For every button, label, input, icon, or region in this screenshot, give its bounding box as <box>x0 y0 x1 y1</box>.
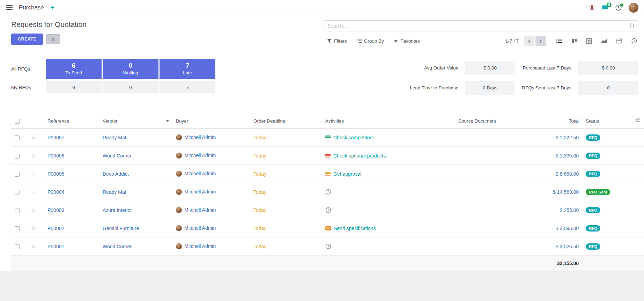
row-checkbox[interactable] <box>15 226 20 231</box>
app-title[interactable]: Purchase <box>19 4 44 11</box>
row-checkbox[interactable] <box>15 172 20 177</box>
table-row[interactable]: ☆ P00002 Gemini Furniture Mitchell Admin… <box>11 219 644 237</box>
my-tile-to-send[interactable]: 6 <box>46 81 102 93</box>
my-tile-late[interactable]: 7 <box>160 81 215 93</box>
view-list-button[interactable] <box>556 38 562 43</box>
optional-columns-icon[interactable] <box>635 118 640 124</box>
reference-link[interactable]: P00006 <box>47 153 64 159</box>
table-row[interactable]: ☆ P00004 Ready Mat Mitchell Admin Today … <box>11 183 644 201</box>
main-content: Purchase + 5 Requests for Quotation CREA… <box>0 0 644 271</box>
vendor-link[interactable]: Azure Interior <box>103 207 132 213</box>
buyer-link[interactable]: Mitchell Admin <box>184 225 216 231</box>
activities-clock-icon[interactable] <box>615 5 622 11</box>
reference-link[interactable]: P00004 <box>47 189 64 195</box>
row-checkbox[interactable] <box>15 244 20 249</box>
header-order-deadline[interactable]: Order Deadline <box>250 113 322 129</box>
filters-button[interactable]: Filters <box>327 38 347 44</box>
pager-previous-button[interactable]: ‹ <box>524 36 534 46</box>
row-checkbox[interactable] <box>15 135 20 140</box>
reference-link[interactable]: P00007 <box>47 135 64 140</box>
buyer-link[interactable]: Mitchell Admin <box>184 207 216 213</box>
header-status[interactable]: Status <box>582 113 626 129</box>
buyer-avatar <box>176 153 182 159</box>
buyer-link[interactable]: Mitchell Admin <box>184 134 216 140</box>
favorite-star-icon[interactable]: ☆ <box>31 243 36 250</box>
vendor-link[interactable]: Ready Mat <box>103 189 126 195</box>
tile-late[interactable]: 7 Late <box>160 59 215 79</box>
apps-menu-icon[interactable] <box>6 4 13 12</box>
table-row[interactable]: ☆ P00001 Wood Corner Mitchell Admin Toda… <box>11 237 644 256</box>
buyer-link[interactable]: Mitchell Admin <box>184 153 216 158</box>
view-pivot-button[interactable] <box>586 38 592 44</box>
table-row[interactable]: ☆ P00007 Ready Mat Mitchell Admin Today … <box>11 129 644 147</box>
activity-clock-icon[interactable] <box>325 243 331 249</box>
header-buyer[interactable]: Buyer <box>172 113 250 129</box>
pager-range[interactable]: 1-7 / 7 <box>505 38 519 44</box>
header-activities[interactable]: Activities <box>322 113 437 129</box>
view-calendar-button[interactable] <box>616 38 622 44</box>
reference-link[interactable]: P00001 <box>47 244 64 249</box>
header-source-document[interactable]: Source Document <box>437 113 517 129</box>
table-row[interactable]: ☆ P00006 Wood Corner Mitchell Admin Toda… <box>11 147 644 165</box>
table-row[interactable]: ☆ P00005 Deco Addict Mitchell Admin Toda… <box>11 165 644 183</box>
list-view-icon <box>556 38 562 43</box>
search-box <box>324 20 638 31</box>
activity-clock-icon[interactable] <box>325 207 331 213</box>
buyer-link[interactable]: Mitchell Admin <box>184 243 216 249</box>
activity-clock-icon[interactable] <box>325 189 331 195</box>
reference-link[interactable]: P00003 <box>47 207 64 213</box>
my-tile-waiting[interactable]: 0 <box>103 81 158 93</box>
activity-todo-icon[interactable] <box>325 172 331 176</box>
new-tab-plus-icon[interactable]: + <box>50 4 55 11</box>
buyer-link[interactable]: Mitchell Admin <box>184 171 216 176</box>
vendor-link[interactable]: Gemini Furniture <box>103 226 139 231</box>
row-checkbox[interactable] <box>15 190 20 195</box>
row-checkbox[interactable] <box>15 208 20 213</box>
create-button[interactable]: CREATE <box>11 34 43 45</box>
activity-todo-icon[interactable] <box>325 154 331 158</box>
vendor-link[interactable]: Wood Corner <box>103 153 132 159</box>
activity-link[interactable]: Check optional products <box>333 153 386 159</box>
user-avatar[interactable] <box>629 3 638 13</box>
tile-to-send[interactable]: 6 To Send <box>46 59 102 79</box>
row-checkbox[interactable] <box>15 154 20 159</box>
buyer-link[interactable]: Mitchell Admin <box>184 189 216 194</box>
activity-email-icon[interactable] <box>325 226 331 230</box>
search-input[interactable] <box>324 23 629 29</box>
vendor-link[interactable]: Ready Mat <box>103 135 126 140</box>
view-kanban-button[interactable] <box>572 38 577 44</box>
favorite-star-icon[interactable]: ☆ <box>31 225 36 232</box>
search-icon[interactable] <box>629 23 638 29</box>
order-deadline: Today <box>253 171 266 177</box>
activity-link[interactable]: Check competitors <box>333 135 374 140</box>
header-vendor[interactable]: Vendor <box>99 113 172 129</box>
activity-todo-icon[interactable] <box>325 135 331 140</box>
table-row[interactable]: ☆ P00003 Azure Interior Mitchell Admin T… <box>11 201 644 219</box>
messages-icon[interactable]: 5 <box>602 5 608 10</box>
reference-link[interactable]: P00005 <box>47 171 64 177</box>
select-all-checkbox[interactable] <box>15 119 20 124</box>
favorite-star-icon[interactable]: ☆ <box>31 189 36 195</box>
group-by-button[interactable]: Group By <box>357 38 384 44</box>
reference-link[interactable]: P00002 <box>47 226 64 231</box>
favorite-star-icon[interactable]: ☆ <box>31 152 36 159</box>
favorite-star-icon[interactable]: ☆ <box>31 207 36 213</box>
my-rfqs-label: My RFQs <box>11 85 45 90</box>
favorites-button[interactable]: ★ Favorites <box>394 38 420 44</box>
vendor-link[interactable]: Wood Corner <box>103 244 132 249</box>
pager-next-button[interactable]: › <box>535 36 546 46</box>
favorite-star-icon[interactable]: ☆ <box>31 134 36 141</box>
tile-count: 6 <box>72 62 76 69</box>
vendor-link[interactable]: Deco Addict <box>103 171 129 177</box>
order-deadline: Today <box>253 226 266 231</box>
tile-waiting[interactable]: 0 Waiting <box>103 59 158 79</box>
header-reference[interactable]: Reference <box>44 113 99 129</box>
view-graph-button[interactable] <box>601 38 607 44</box>
header-total[interactable]: Total <box>517 113 582 129</box>
debug-bug-icon[interactable] <box>589 5 595 10</box>
export-button[interactable] <box>46 34 60 44</box>
favorite-star-icon[interactable]: ☆ <box>31 170 36 177</box>
activity-link[interactable]: Send specifications <box>334 226 376 231</box>
view-activity-button[interactable] <box>631 38 637 44</box>
activity-link[interactable]: Get approval <box>333 171 361 177</box>
